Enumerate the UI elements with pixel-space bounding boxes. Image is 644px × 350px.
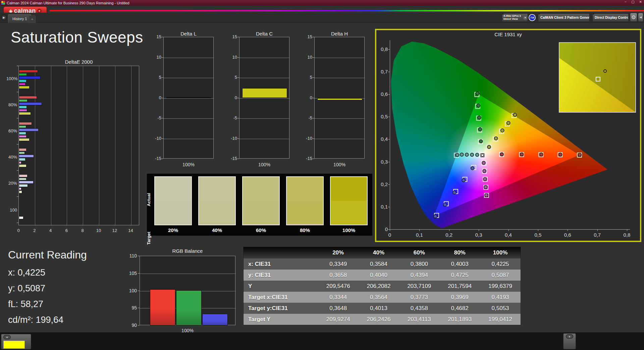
axis-tick xyxy=(17,118,18,118)
gridline xyxy=(315,78,365,78)
y-axis-label: 0,3 xyxy=(377,159,388,165)
x-axis-label: 0,3 xyxy=(473,232,485,238)
table-cell: 0,4225 xyxy=(480,258,521,270)
swatch-actual xyxy=(243,177,279,201)
saturation-swatch xyxy=(242,176,280,225)
table-cell: 0,3344 xyxy=(318,292,359,303)
cie-measured-marker xyxy=(456,153,459,157)
y-axis-label: 0,6 xyxy=(377,91,388,97)
x-axis-label: 14 xyxy=(127,228,135,233)
y-axis-label: 0 xyxy=(228,95,237,100)
delta_c-plot xyxy=(239,37,289,159)
meter-dropdown[interactable]: X-Rite i1Pro 3 Direct View ▾ xyxy=(502,13,528,22)
axis-tick xyxy=(162,98,163,98)
x-axis-label: 0,7 xyxy=(591,232,603,238)
rgb-bar-green xyxy=(176,290,202,326)
swatch-label: 60% xyxy=(242,227,280,233)
delta-bar xyxy=(166,97,211,98)
maximize-icon[interactable]: ▢ xyxy=(631,0,634,4)
saturation-swatch xyxy=(154,176,192,225)
table-cell: 0,3969 xyxy=(439,292,480,303)
axis-tick xyxy=(313,77,314,78)
delta-c-chart-title: Delta C xyxy=(239,31,289,37)
gridline xyxy=(239,58,290,58)
close-icon[interactable]: ✕ xyxy=(639,0,642,4)
up-arrow-icon[interactable]: ▲ xyxy=(3,335,11,339)
axis-tick xyxy=(419,229,420,231)
deltae-bar xyxy=(19,135,26,138)
table-cell: 201,1893 xyxy=(439,314,480,325)
delta_h-plot xyxy=(314,37,365,159)
collapse-panel-button[interactable]: ◀ xyxy=(638,13,643,22)
calman-app-window: Calman 2024 Calman Ultimate for Business… xyxy=(0,0,644,350)
cie-measured-marker xyxy=(477,104,480,107)
y-axis-label: 40% xyxy=(6,155,17,160)
y-axis-label: 10 xyxy=(228,55,237,60)
swatch-label: 80% xyxy=(286,227,324,233)
swatch-actual xyxy=(155,177,191,201)
y-axis-label: 0,5 xyxy=(377,114,388,119)
saturation-swatch xyxy=(330,176,368,225)
deltae-bar xyxy=(19,122,32,125)
y-axis-label: -10 xyxy=(153,136,161,141)
settings-button[interactable]: ⚙ xyxy=(630,13,637,22)
source-name: CalMAN Client 3 Pattern Generator xyxy=(538,16,590,19)
gridline xyxy=(131,66,131,226)
y-axis-label: 15 xyxy=(228,34,237,39)
cie-measured-marker xyxy=(513,113,517,116)
deltae-plot xyxy=(18,66,139,225)
axis-tick xyxy=(162,118,163,118)
source-dropdown[interactable]: CalMAN Client 3 Pattern Generator ▾ xyxy=(538,13,590,22)
swatch-label: 40% xyxy=(198,227,236,233)
table-row: Y209,5476206,2082203,7109201,7594199,637… xyxy=(244,281,521,292)
tab-scroll-button[interactable]: ▶ xyxy=(1,15,7,20)
deltae-bar xyxy=(19,109,27,112)
axis-tick xyxy=(237,57,239,58)
display-control-dropdown[interactable]: Direct Display Control ▾ xyxy=(592,13,629,22)
table-cell: 206,2426 xyxy=(359,314,399,325)
gridline xyxy=(164,58,214,58)
delta-l-chart-title: Delta L xyxy=(163,31,214,37)
minimize-icon[interactable]: − xyxy=(625,0,627,4)
window-title: Calman 2024 Calman Ultimate for Business… xyxy=(7,1,129,5)
chevron-down-icon: ▾ xyxy=(523,15,528,20)
x-axis-label: 0,4 xyxy=(502,232,515,238)
deltae-bar xyxy=(19,184,28,187)
deltae-bar xyxy=(19,76,41,79)
tab-history-1[interactable]: History 1 xyxy=(8,14,31,23)
swatch-actual xyxy=(287,177,323,201)
table-header-cell: 100% xyxy=(480,247,521,258)
measurement-table: 20%40%60%80%100%x: CIE310,33490,35840,38… xyxy=(243,247,521,325)
swatch-actual xyxy=(331,177,367,201)
cie-measured-marker xyxy=(507,121,510,125)
up-arrow-icon[interactable]: ▲ xyxy=(566,334,573,339)
axis-tick xyxy=(508,229,509,231)
actual-label: Actual xyxy=(146,193,151,207)
deltae-bar xyxy=(19,161,21,164)
deltae-bar xyxy=(19,174,28,177)
delta-bar xyxy=(242,88,287,98)
table-header-cell: 60% xyxy=(399,247,439,258)
deltae-bar xyxy=(19,155,34,158)
transport-side-panel: ▲ xyxy=(563,333,576,349)
y-axis-label: 15 xyxy=(304,34,312,39)
rgb-bar-red xyxy=(150,289,175,326)
swatch-label: 20% xyxy=(154,227,192,233)
deltae-bar xyxy=(19,106,27,109)
deltae-bar xyxy=(19,102,42,105)
tab-add-button[interactable]: + xyxy=(29,15,36,23)
table-row-label: Target x:CIE31 xyxy=(244,292,318,303)
table-cell: 0,3773 xyxy=(399,292,439,303)
swatch-target xyxy=(331,201,367,225)
gridline xyxy=(99,66,99,226)
gridline xyxy=(164,78,214,78)
meter-count-badge[interactable]: 716 xyxy=(529,14,536,21)
deltae2000-chart-title: DeltaE 2000 xyxy=(18,59,139,65)
delta-c-chart: Delta C 151050-5-10-15100% xyxy=(228,31,300,172)
x-axis-label: 4 xyxy=(47,228,55,233)
x-axis-label: 0,6 xyxy=(561,232,574,238)
axis-tick xyxy=(627,229,627,231)
rgb-plot xyxy=(140,256,235,325)
table-cell: 203,4113 xyxy=(399,314,439,325)
deltae-bar xyxy=(19,158,25,161)
